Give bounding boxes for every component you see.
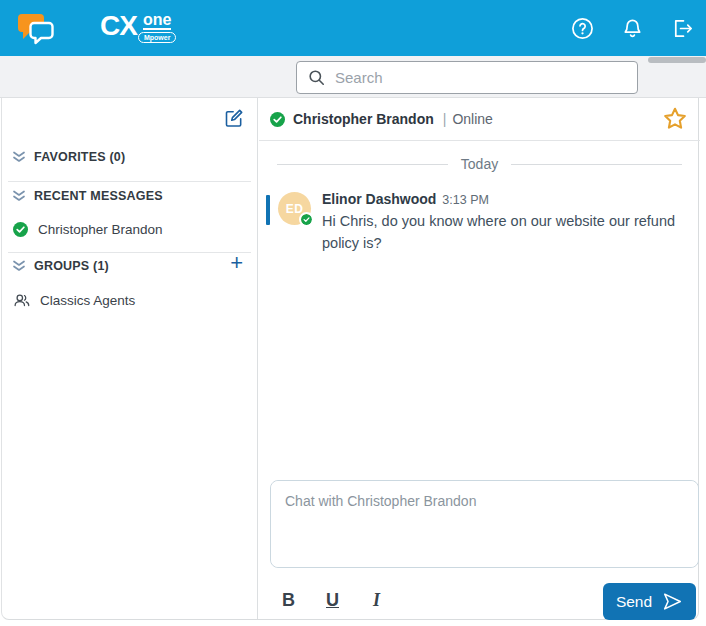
avatar: ED — [278, 192, 311, 225]
send-icon — [662, 592, 683, 611]
underline-button[interactable]: U — [319, 585, 346, 615]
chevron-double-down-icon — [12, 151, 26, 163]
logo-one-text: one — [143, 12, 171, 30]
main-panel: FAVORITES (0) RECENT MESSAGES Christophe… — [1, 98, 699, 620]
message-input[interactable] — [271, 481, 698, 567]
send-button-label: Send — [616, 593, 652, 611]
date-divider-label: Today — [461, 156, 498, 172]
add-group-button[interactable]: + — [230, 252, 243, 274]
chat-contact-name: Christopher Brandon — [293, 111, 434, 127]
date-divider: Today — [259, 156, 700, 172]
divider-line — [511, 164, 682, 165]
sidebar-divider — [8, 181, 251, 182]
message-text: Hi Chris, do you know where on our websi… — [322, 211, 694, 255]
people-icon — [13, 292, 30, 308]
format-toolbar: B U I — [275, 585, 390, 615]
search-input[interactable] — [335, 69, 627, 86]
search-box[interactable] — [296, 61, 638, 94]
sidebar-section-favorites[interactable]: FAVORITES (0) — [2, 146, 257, 168]
sidebar-divider — [8, 252, 251, 253]
chat-bubbles-logo — [14, 6, 60, 52]
cxone-logo: CX one Mpower — [100, 12, 176, 43]
separator: | — [443, 111, 447, 127]
star-icon[interactable] — [662, 106, 688, 132]
chevron-double-down-icon — [12, 190, 26, 202]
bold-button[interactable]: B — [275, 585, 302, 615]
send-button[interactable]: Send — [603, 583, 696, 620]
sidebar-section-groups[interactable]: GROUPS (1) + — [2, 255, 257, 277]
recent-messages-label: RECENT MESSAGES — [34, 189, 163, 203]
favorites-label: FAVORITES (0) — [34, 150, 125, 164]
online-status-icon — [299, 212, 314, 227]
message-sender: Elinor Dashwood — [322, 191, 436, 207]
unread-indicator-bar — [266, 195, 270, 225]
sidebar: FAVORITES (0) RECENT MESSAGES Christophe… — [2, 98, 258, 619]
message-composer — [270, 480, 699, 568]
horizontal-scrollbar[interactable] — [648, 57, 706, 63]
chat-panel: Christopher Brandon | Online Today ED — [259, 98, 700, 619]
online-status-icon — [13, 222, 28, 237]
help-icon[interactable] — [570, 16, 594, 40]
sidebar-item-classics-agents[interactable]: Classics Agents — [2, 285, 257, 315]
bell-icon[interactable] — [620, 16, 644, 40]
logout-icon[interactable] — [670, 16, 694, 40]
sidebar-section-recent-messages[interactable]: RECENT MESSAGES — [2, 185, 257, 207]
sidebar-item-christopher-brandon[interactable]: Christopher Brandon — [2, 214, 257, 244]
online-status-icon — [270, 112, 285, 127]
contact-name: Christopher Brandon — [38, 222, 163, 237]
chat-header: Christopher Brandon | Online — [259, 98, 700, 141]
divider-line — [277, 164, 448, 165]
logo-cx-text: CX — [100, 12, 137, 40]
chevron-double-down-icon — [12, 260, 26, 272]
chat-contact-status: Online — [452, 111, 492, 127]
groups-label: GROUPS (1) — [34, 259, 109, 273]
group-name: Classics Agents — [40, 293, 135, 308]
search-icon — [307, 68, 326, 87]
message-time: 3:13 PM — [442, 193, 489, 207]
compose-icon[interactable] — [224, 108, 244, 128]
search-strip — [0, 56, 706, 98]
italic-button[interactable]: I — [363, 585, 390, 615]
top-header: CX one Mpower — [0, 0, 706, 56]
logo-mpower-badge: Mpower — [138, 32, 176, 43]
